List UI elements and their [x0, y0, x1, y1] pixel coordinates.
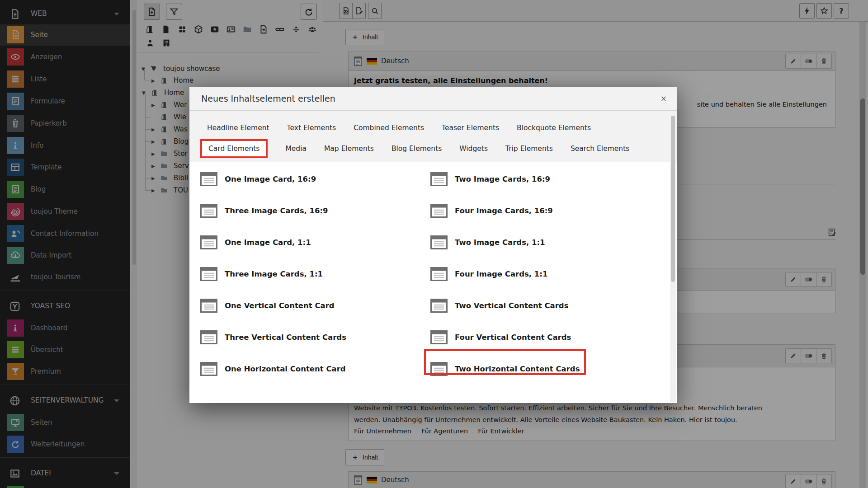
tab-widgets[interactable]: Widgets: [459, 145, 488, 153]
tab-row-1: Headline Element Text Elements Combined …: [207, 124, 591, 132]
item-two-vertical-content-cards[interactable]: Two Vertical Content Cards: [430, 299, 568, 313]
item-label: Three Image Cards, 1:1: [225, 270, 323, 278]
item-label: Four Image Cards, 1:1: [455, 270, 547, 278]
tab-search-elements[interactable]: Search Elements: [571, 145, 629, 153]
content-element-icon: [430, 204, 448, 218]
item-label: One Image Card, 16:9: [225, 175, 316, 183]
item-label: One Vertical Content Card: [225, 301, 335, 310]
card-elements-list: One Image Card, 16:9 Three Image Cards, …: [189, 162, 677, 403]
item-four-vertical-content-cards[interactable]: Four Vertical Content Cards: [430, 330, 571, 344]
close-icon[interactable]: ×: [660, 93, 667, 104]
modal-tabs: Headline Element Text Elements Combined …: [189, 111, 677, 162]
content-element-icon: [200, 172, 217, 186]
content-element-icon: [430, 172, 448, 186]
item-label: One Horizontal Content Card: [225, 365, 346, 373]
content-element-icon: [200, 362, 217, 376]
tab-card-elements-active-annotation[interactable]: Card Elements: [200, 139, 268, 158]
tab-teaser-elements[interactable]: Teaser Elements: [442, 124, 499, 132]
tab-map-elements[interactable]: Map Elements: [324, 145, 374, 153]
item-label: Two Image Cards, 16:9: [455, 175, 550, 183]
content-element-icon: [200, 330, 217, 344]
typo3-backend: WEB Seite Anzeigen Liste Formulare Papie…: [0, 0, 868, 488]
tab-blog-elements[interactable]: Blog Elements: [392, 145, 442, 153]
item-label: Two Vertical Content Cards: [455, 301, 568, 310]
item-one-image-card-169[interactable]: One Image Card, 16:9: [200, 172, 316, 186]
content-element-icon: [200, 299, 217, 313]
tab-media[interactable]: Media: [285, 145, 307, 153]
content-element-icon: [200, 204, 217, 218]
item-one-image-card-11[interactable]: One Image Card, 1:1: [200, 235, 311, 249]
tab-row-2: Card Elements Media Map Elements Blog El…: [200, 139, 629, 158]
annotation-two-horizontal-content-cards: [424, 349, 586, 375]
item-three-image-cards-11[interactable]: Three Image Cards, 1:1: [200, 267, 323, 281]
modal-scrollbar-thumb[interactable]: [671, 116, 675, 282]
item-two-image-cards-11[interactable]: Two Image Cards, 1:1: [430, 235, 545, 249]
item-four-image-cards-169[interactable]: Four Image Cards, 16:9: [430, 204, 553, 218]
item-three-image-cards-169[interactable]: Three Image Cards, 16:9: [200, 204, 328, 218]
item-label: Three Vertical Content Cards: [225, 333, 346, 342]
content-element-icon: [200, 267, 217, 281]
tab-combined-elements[interactable]: Combined Elements: [354, 124, 424, 132]
content-element-icon: [430, 330, 448, 344]
content-element-icon: [430, 235, 448, 249]
item-label: Four Image Cards, 16:9: [455, 206, 553, 215]
new-content-element-modal: Neues Inhaltselement erstellen × Headlin…: [189, 87, 677, 403]
item-two-image-cards-169[interactable]: Two Image Cards, 16:9: [430, 172, 550, 186]
item-label: Three Image Cards, 16:9: [225, 206, 328, 215]
tab-headline-element[interactable]: Headline Element: [207, 124, 269, 132]
tab-blockquote-elements[interactable]: Blockquote Elements: [517, 124, 591, 132]
content-element-icon: [430, 299, 448, 313]
item-one-horizontal-content-card[interactable]: One Horizontal Content Card: [200, 362, 346, 376]
content-element-icon: [200, 235, 217, 249]
item-four-image-cards-11[interactable]: Four Image Cards, 1:1: [430, 267, 547, 281]
item-label: One Image Card, 1:1: [225, 238, 311, 247]
item-label: Four Vertical Content Cards: [455, 333, 571, 342]
item-one-vertical-content-card[interactable]: One Vertical Content Card: [200, 299, 335, 313]
tab-trip-elements[interactable]: Trip Elements: [505, 145, 553, 153]
item-three-vertical-content-cards[interactable]: Three Vertical Content Cards: [200, 330, 346, 344]
modal-header: Neues Inhaltselement erstellen ×: [189, 87, 677, 111]
modal-title: Neues Inhaltselement erstellen: [201, 87, 335, 110]
content-element-icon: [430, 267, 448, 281]
item-label: Two Image Cards, 1:1: [455, 238, 545, 247]
tab-text-elements[interactable]: Text Elements: [287, 124, 336, 132]
